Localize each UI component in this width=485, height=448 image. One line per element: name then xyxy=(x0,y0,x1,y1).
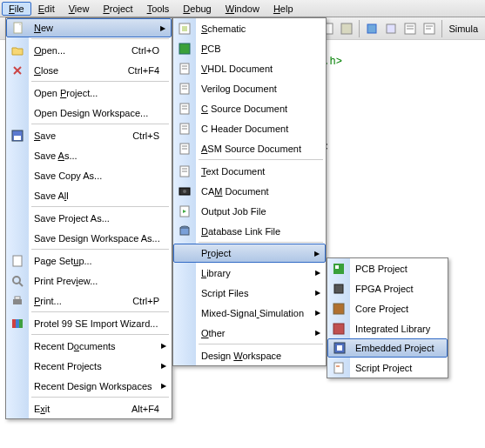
menu-item-label: Other xyxy=(196,328,326,338)
file-menu-recent-projects[interactable]: Recent Projects▶ xyxy=(6,356,172,376)
menu-item-label: PCB xyxy=(196,43,326,54)
new-menu-schematic[interactable]: Schematic xyxy=(173,18,326,38)
file-menu-save-all[interactable]: Save All xyxy=(6,185,172,205)
file-menu-close[interactable]: CloseCtrl+F4 xyxy=(6,60,172,80)
project-menu-pcb-project[interactable]: PCB Project xyxy=(327,258,448,278)
file-menu-print-preview[interactable]: Print Preview... xyxy=(6,271,172,291)
menu-item-label: VHDL Document xyxy=(196,64,326,74)
project-menu-embedded-project[interactable]: Embedded Project xyxy=(327,338,448,358)
menu-item-label: Script Project xyxy=(350,363,448,373)
file-menu-open-design-workspace[interactable]: Open Design Workspace... xyxy=(6,103,172,123)
menu-item-label: Open Design Workspace... xyxy=(29,108,172,118)
new-menu-database-link-file[interactable]: Database Link File xyxy=(173,221,326,241)
svg-rect-23 xyxy=(19,319,23,328)
new-menu-design-workspace[interactable]: Design Workspace xyxy=(173,345,326,365)
new-menu-project[interactable]: Project▶ xyxy=(173,244,326,263)
toolbar-divider-2 xyxy=(441,20,442,37)
output-icon xyxy=(178,204,192,218)
svg-rect-2 xyxy=(367,24,376,33)
new-menu-output-job-file[interactable]: Output Job File xyxy=(173,201,326,221)
new-menu-other[interactable]: Other▶ xyxy=(173,323,326,343)
new-menu-text-document[interactable]: Text Document xyxy=(173,161,326,181)
svg-line-18 xyxy=(19,283,23,286)
svg-rect-58 xyxy=(334,363,343,373)
script-icon xyxy=(332,361,346,375)
menubar-project[interactable]: Project xyxy=(96,2,139,16)
new-menu-library[interactable]: Library▶ xyxy=(173,263,326,283)
menubar-file[interactable]: File xyxy=(2,2,31,16)
menu-item-shortcut: Ctrl+F4 xyxy=(128,65,172,76)
menubar-debug[interactable]: Debug xyxy=(176,2,218,16)
new-menu-asm-source-document[interactable]: ASM Source Document xyxy=(173,138,326,158)
menu-item-label: Design Workspace xyxy=(196,351,326,361)
new-menu-pcb[interactable]: PCB xyxy=(173,38,326,58)
toolbar-btn-3[interactable] xyxy=(363,20,381,37)
file-menu-save-as[interactable]: Save As... xyxy=(6,145,172,165)
toolbar-btn-6[interactable] xyxy=(421,20,438,37)
file-menu-print[interactable]: Print...Ctrl+P xyxy=(6,291,172,311)
menu-item-label: Print... xyxy=(29,296,132,306)
file-menu-open-project[interactable]: Open Project... xyxy=(6,83,172,103)
project-submenu: PCB ProjectFPGA ProjectCore ProjectInteg… xyxy=(327,257,448,378)
menubar-help[interactable]: Help xyxy=(266,2,300,16)
verilog-icon xyxy=(178,82,192,96)
menu-item-label: Output Job File xyxy=(196,206,326,217)
menu-item-label: CAM Document xyxy=(196,186,326,197)
menu-item-label: Save Design Workspace As... xyxy=(29,233,172,244)
menubar-tools[interactable]: Tools xyxy=(140,2,177,16)
svg-rect-25 xyxy=(182,26,187,31)
menubar-edit[interactable]: Edit xyxy=(31,2,62,16)
file-menu-exit[interactable]: ExitAlt+F4 xyxy=(6,398,172,418)
menu-item-shortcut: Alt+F4 xyxy=(131,404,172,414)
svg-rect-3 xyxy=(387,24,395,33)
toolbar-btn-2[interactable] xyxy=(338,20,355,37)
file-menu-recent-design-workspaces[interactable]: Recent Design Workspaces▶ xyxy=(6,376,172,396)
menu-item-label: Page Setup... xyxy=(29,256,172,266)
file-menu-save-copy-as[interactable]: Save Copy As... xyxy=(6,165,172,185)
menu-item-label: Save Copy As... xyxy=(29,171,172,181)
file-menu-new[interactable]: New▶ xyxy=(6,18,172,37)
project-menu-core-project[interactable]: Core Project xyxy=(327,298,448,318)
submenu-arrow-icon: ▶ xyxy=(315,289,320,297)
file-menu-recent-documents[interactable]: Recent Documents▶ xyxy=(6,336,172,356)
toolbar-btn-5[interactable] xyxy=(401,20,419,37)
file-menu-page-setup[interactable]: Page Setup... xyxy=(6,251,172,271)
new-menu-verilog-document[interactable]: Verilog Document xyxy=(173,78,326,98)
new-menu-cam-document[interactable]: CAM Document xyxy=(173,181,326,201)
menubar-window[interactable]: Window xyxy=(219,2,266,16)
svg-rect-20 xyxy=(15,297,20,299)
menu-item-label: Open Project... xyxy=(29,88,172,98)
svg-rect-16 xyxy=(13,256,22,266)
new-menu-c-header-document[interactable]: C Header Document xyxy=(173,118,326,138)
file-menu-protel-99-se-import-wizard[interactable]: Protel 99 SE Import Wizard... xyxy=(6,313,172,333)
new-submenu: SchematicPCBVHDL DocumentVerilog Documen… xyxy=(172,17,327,366)
file-menu-save[interactable]: SaveCtrl+S xyxy=(6,125,172,145)
new-icon xyxy=(11,21,25,35)
new-menu-mixed-signal-simulation[interactable]: Mixed-Signal Simulation▶ xyxy=(173,303,326,323)
menu-item-shortcut: Ctrl+P xyxy=(132,296,172,306)
menu-item-label: Recent Projects xyxy=(29,361,172,371)
menu-item-label: PCB Project xyxy=(350,264,448,274)
submenu-arrow-icon: ▶ xyxy=(161,382,166,390)
file-menu-save-design-workspace-as[interactable]: Save Design Workspace As... xyxy=(6,228,172,248)
menu-item-label: Recent Design Workspaces xyxy=(29,381,172,391)
file-menu-open[interactable]: Open...Ctrl+O xyxy=(6,40,172,60)
menu-item-label: C Source Document xyxy=(196,104,326,114)
submenu-arrow-icon: ▶ xyxy=(160,24,165,32)
project-menu-integrated-library[interactable]: Integrated Library xyxy=(327,318,448,338)
new-menu-c-source-document[interactable]: C Source Document xyxy=(173,98,326,118)
csrc-icon xyxy=(178,102,192,116)
menu-item-label: C Header Document xyxy=(196,124,326,134)
new-menu-vhdl-document[interactable]: VHDL Document xyxy=(173,58,326,78)
project-menu-fpga-project[interactable]: FPGA Project xyxy=(327,278,448,298)
file-menu-save-project-as[interactable]: Save Project As... xyxy=(6,208,172,228)
project-menu-script-project[interactable]: Script Project xyxy=(327,358,448,378)
new-menu-script-files[interactable]: Script Files▶ xyxy=(173,283,326,303)
menubar-view[interactable]: View xyxy=(62,2,97,16)
toolbar-simulate[interactable]: Simula xyxy=(445,23,482,34)
menu-item-label: Core Project xyxy=(350,304,448,314)
toolbar-btn-4[interactable] xyxy=(382,20,400,37)
svg-point-46 xyxy=(183,190,186,193)
submenu-arrow-icon: ▶ xyxy=(315,269,320,277)
menu-item-label: Save As... xyxy=(29,150,172,161)
